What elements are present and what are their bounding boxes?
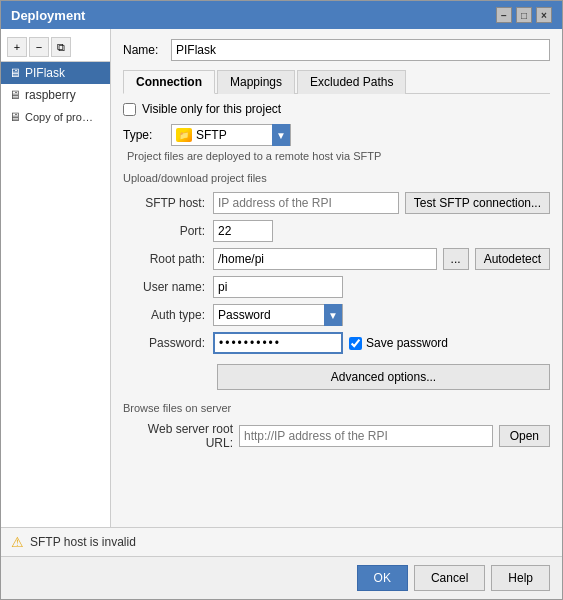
- user-name-input[interactable]: [213, 276, 343, 298]
- restore-button[interactable]: □: [516, 7, 532, 23]
- sidebar-toolbar: + − ⧉: [1, 33, 110, 62]
- name-input[interactable]: [171, 39, 550, 61]
- auth-type-value: Password: [214, 308, 324, 322]
- tab-excluded-paths[interactable]: Excluded Paths: [297, 70, 406, 94]
- form-grid: SFTP host: Test SFTP connection... Port:…: [123, 192, 550, 354]
- sidebar-item-copy-project[interactable]: 🖥 Copy of project-level ser: [1, 106, 110, 128]
- save-password-checkbox[interactable]: [349, 337, 362, 350]
- type-value: SFTP: [196, 128, 227, 142]
- tab-connection[interactable]: Connection: [123, 70, 215, 94]
- web-root-label: Web server root URL:: [123, 422, 233, 450]
- server-icon-3: 🖥: [9, 110, 21, 124]
- type-dropdown-arrow[interactable]: ▼: [272, 124, 290, 146]
- sftp-host-row: Test SFTP connection...: [213, 192, 550, 214]
- server-icon: 🖥: [9, 66, 21, 80]
- ok-button[interactable]: OK: [357, 565, 408, 591]
- root-path-label: Root path:: [123, 252, 213, 266]
- browse-section-label: Browse files on server: [123, 402, 550, 414]
- root-path-input[interactable]: [213, 248, 437, 270]
- close-button[interactable]: ×: [536, 7, 552, 23]
- visible-only-label: Visible only for this project: [142, 102, 281, 116]
- cancel-button[interactable]: Cancel: [414, 565, 485, 591]
- upload-section-label: Upload/download project files: [123, 172, 550, 184]
- port-input[interactable]: [213, 220, 273, 242]
- name-row: Name:: [123, 39, 550, 61]
- password-row: Save password: [213, 332, 550, 354]
- user-name-row: [213, 276, 550, 298]
- status-message: SFTP host is invalid: [30, 535, 136, 549]
- visible-only-row: Visible only for this project: [123, 102, 550, 116]
- auth-type-select[interactable]: Password ▼: [213, 304, 343, 326]
- dialog-footer: OK Cancel Help: [1, 556, 562, 599]
- add-deployment-button[interactable]: +: [7, 37, 27, 57]
- password-label: Password:: [123, 336, 213, 350]
- type-label: Type:: [123, 128, 163, 142]
- dialog-title: Deployment: [11, 8, 85, 23]
- open-button[interactable]: Open: [499, 425, 550, 447]
- help-button[interactable]: Help: [491, 565, 550, 591]
- port-row: [213, 220, 550, 242]
- tab-mappings[interactable]: Mappings: [217, 70, 295, 94]
- copy-deployment-button[interactable]: ⧉: [51, 37, 71, 57]
- right-panel: Name: Connection Mappings Excluded Paths…: [111, 29, 562, 527]
- sidebar: + − ⧉ 🖥 PIFlask 🖥 raspberry 🖥 Copy of pr…: [1, 29, 111, 527]
- sftp-host-label: SFTP host:: [123, 196, 213, 210]
- test-sftp-button[interactable]: Test SFTP connection...: [405, 192, 550, 214]
- port-label: Port:: [123, 224, 213, 238]
- server-icon-2: 🖥: [9, 88, 21, 102]
- sidebar-item-raspberry-label: raspberry: [25, 88, 76, 102]
- advanced-options-button[interactable]: Advanced options...: [217, 364, 550, 390]
- root-path-row: ... Autodetect: [213, 248, 550, 270]
- main-content: + − ⧉ 🖥 PIFlask 🖥 raspberry 🖥 Copy of pr…: [1, 29, 562, 527]
- type-row: Type: 📁 SFTP ▼: [123, 124, 550, 146]
- sftp-host-input[interactable]: [213, 192, 399, 214]
- sidebar-item-raspberry[interactable]: 🖥 raspberry: [1, 84, 110, 106]
- type-select[interactable]: 📁 SFTP ▼: [171, 124, 291, 146]
- name-label: Name:: [123, 43, 163, 57]
- sftp-icon: 📁: [176, 128, 192, 142]
- save-password-label: Save password: [366, 336, 448, 350]
- auth-type-label: Auth type:: [123, 308, 213, 322]
- warning-icon: ⚠: [11, 534, 24, 550]
- title-bar-buttons: − □ ×: [496, 7, 552, 23]
- tabs-row: Connection Mappings Excluded Paths: [123, 69, 550, 94]
- remove-deployment-button[interactable]: −: [29, 37, 49, 57]
- autodetect-button[interactable]: Autodetect: [475, 248, 550, 270]
- title-bar: Deployment − □ ×: [1, 1, 562, 29]
- save-password-row: Save password: [349, 336, 448, 350]
- sidebar-item-piflask-label: PIFlask: [25, 66, 65, 80]
- web-root-input[interactable]: [239, 425, 493, 447]
- status-bar: ⚠ SFTP host is invalid: [1, 527, 562, 556]
- root-path-browse-button[interactable]: ...: [443, 248, 469, 270]
- type-select-inner: 📁 SFTP: [172, 128, 272, 142]
- password-input[interactable]: [213, 332, 343, 354]
- visible-only-checkbox[interactable]: [123, 103, 136, 116]
- auth-type-dropdown-arrow[interactable]: ▼: [324, 304, 342, 326]
- type-description: Project files are deployed to a remote h…: [123, 150, 550, 162]
- deployment-dialog: Deployment − □ × + − ⧉ 🖥 PIFlask 🖥 raspb…: [0, 0, 563, 600]
- sidebar-item-piflask[interactable]: 🖥 PIFlask: [1, 62, 110, 84]
- web-root-row: Web server root URL: Open: [123, 422, 550, 450]
- minimize-button[interactable]: −: [496, 7, 512, 23]
- user-name-label: User name:: [123, 280, 213, 294]
- spacer: [123, 458, 550, 517]
- sidebar-item-copy-label: Copy of project-level ser: [25, 111, 95, 123]
- auth-type-row: Password ▼: [213, 304, 550, 326]
